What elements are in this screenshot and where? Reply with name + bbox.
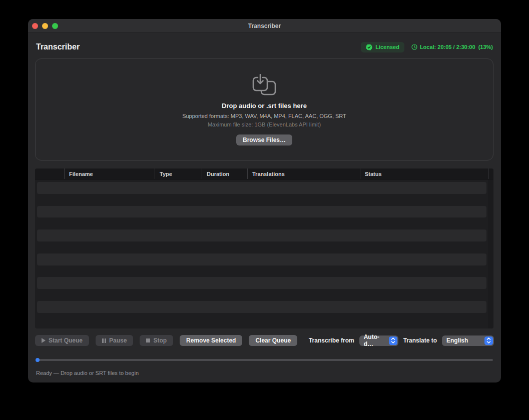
table-row[interactable]: [37, 182, 486, 194]
status-bar: Ready — Drop audio or SRT files to begin: [36, 368, 493, 376]
play-icon: [42, 338, 46, 343]
minimize-icon[interactable]: [42, 23, 48, 29]
language-controls: Transcribe from Auto-d… Translate to Eng…: [309, 336, 494, 346]
start-queue-button[interactable]: Start Queue: [35, 335, 89, 346]
transcribe-from-label: Transcribe from: [309, 337, 354, 344]
table-body[interactable]: [35, 182, 493, 328]
progress-bar: [36, 358, 493, 362]
browse-files-button[interactable]: Browse Files…: [236, 134, 292, 146]
page-title: Transcriber: [36, 42, 80, 52]
table-row[interactable]: [35, 266, 493, 278]
table-row[interactable]: [35, 194, 493, 206]
dropzone-title: Drop audio or .srt files here: [222, 102, 307, 110]
clear-queue-button[interactable]: Clear Queue: [249, 335, 297, 346]
pause-icon: [102, 338, 106, 343]
table-header-end: [488, 168, 493, 179]
app-window: Transcriber Transcriber Licensed Local: …: [28, 19, 501, 382]
table-row[interactable]: [37, 254, 486, 266]
remove-selected-button[interactable]: Remove Selected: [180, 335, 242, 346]
dropzone-max-size: Maximum file size: 1GB (ElevenLabs API l…: [208, 122, 321, 128]
licensed-seal-icon: [366, 44, 372, 50]
table-header: Filename Type Duration Translations Stat…: [35, 168, 493, 180]
transcribe-from-select[interactable]: Auto-d…: [359, 336, 398, 346]
window-title: Transcriber: [248, 22, 281, 30]
usage-text: Local: 20:05 / 2:30:00 (13%): [420, 44, 493, 50]
app-header: Transcriber Licensed Local: 20:05 / 2:30…: [36, 41, 493, 53]
table-header-duration[interactable]: Duration: [202, 168, 247, 179]
download-tray-icon: [251, 74, 278, 97]
header-right-group: Licensed Local: 20:05 / 2:30:00 (13%): [361, 42, 493, 52]
pause-button[interactable]: Pause: [96, 335, 133, 346]
queue-table: Filename Type Duration Translations Stat…: [35, 168, 493, 328]
stop-icon: [146, 338, 150, 342]
licensed-badge: Licensed: [361, 42, 404, 52]
titlebar[interactable]: Transcriber: [28, 19, 501, 33]
stop-label: Stop: [153, 337, 167, 344]
translate-to-select[interactable]: English: [442, 336, 494, 346]
table-row[interactable]: [37, 301, 486, 313]
usage-indicator: Local: 20:05 / 2:30:00 (13%): [411, 44, 493, 50]
table-header-filename[interactable]: Filename: [64, 168, 155, 179]
progress-indicator: [36, 358, 40, 362]
traffic-lights: [32, 23, 58, 29]
drop-zone[interactable]: Drop audio or .srt files here Supported …: [35, 58, 493, 160]
chevron-up-down-icon: [484, 336, 493, 345]
table-header-translations[interactable]: Translations: [247, 168, 360, 179]
table-row[interactable]: [37, 206, 486, 218]
table-row[interactable]: [35, 313, 493, 325]
dropzone-formats: Supported formats: MP3, WAV, M4A, MP4, F…: [182, 113, 346, 119]
translate-to-value: English: [446, 337, 481, 344]
table-header-status[interactable]: Status: [360, 168, 488, 179]
table-row[interactable]: [37, 277, 486, 289]
translate-to-label: Translate to: [403, 337, 437, 344]
status-text: Ready — Drop audio or SRT files to begin: [36, 370, 139, 376]
chevron-up-down-icon: [389, 336, 397, 345]
close-icon[interactable]: [32, 23, 38, 29]
table-row[interactable]: [35, 242, 493, 254]
table-scrollbar-track[interactable]: [488, 180, 493, 328]
start-queue-label: Start Queue: [49, 337, 83, 344]
table-header-type[interactable]: Type: [155, 168, 202, 179]
table-header-leading[interactable]: [35, 168, 64, 179]
stop-button[interactable]: Stop: [140, 335, 173, 346]
queue-toolbar: Start Queue Pause Stop Remove Selected C…: [35, 334, 494, 346]
table-row[interactable]: [35, 218, 493, 230]
zoom-icon[interactable]: [52, 23, 58, 29]
table-row[interactable]: [35, 289, 493, 301]
clock-icon: [411, 44, 417, 50]
table-row[interactable]: [37, 230, 486, 242]
pause-label: Pause: [109, 337, 127, 344]
licensed-label: Licensed: [375, 44, 399, 50]
transcribe-from-value: Auto-d…: [364, 334, 386, 348]
progress-track: [36, 359, 493, 361]
